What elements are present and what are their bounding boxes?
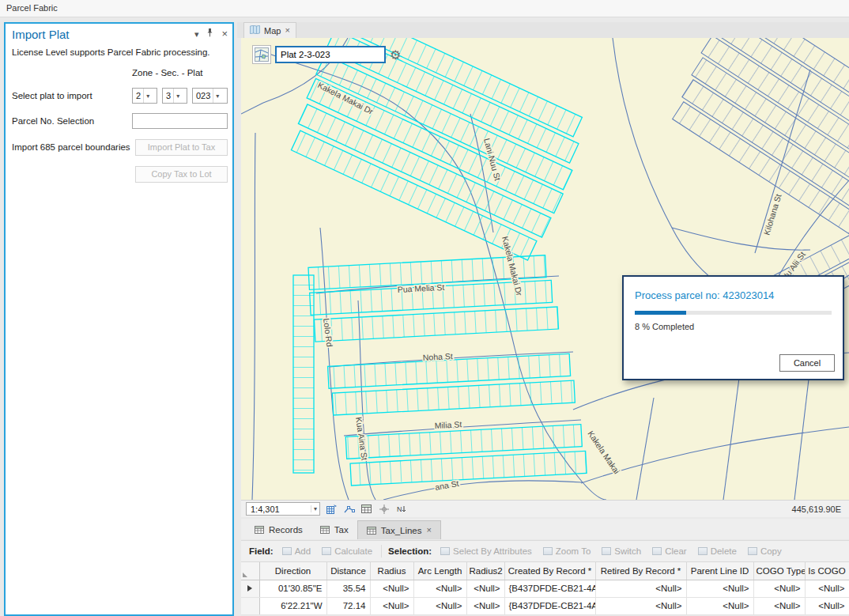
column-header[interactable]: Is COGO	[805, 562, 849, 580]
tab-records[interactable]: Records	[246, 520, 311, 539]
plat-search-input[interactable]	[275, 46, 386, 63]
cell-created-by[interactable]: {B437DFDE-CB21-4A9	[504, 597, 595, 614]
tab-tax-lines-label: Tax_Lines	[381, 526, 422, 535]
table-row[interactable]: 6'22.21"W 72.14 <Null> <Null> <Null> {B4…	[241, 597, 849, 614]
zone-combo[interactable]: 2 ▾	[132, 88, 157, 104]
sec-combo[interactable]: 3 ▾	[162, 88, 187, 104]
progress-bar-fill	[635, 311, 686, 315]
calculate-icon	[322, 547, 331, 555]
tab-tax[interactable]: Tax	[311, 520, 357, 539]
switch-selection-icon	[602, 547, 611, 555]
cell-cogo-type[interactable]: <Null>	[753, 597, 805, 614]
cell-distance[interactable]: 35.54	[326, 580, 370, 597]
column-header[interactable]: Parent Line ID	[686, 562, 753, 580]
north-arrow-icon[interactable]: N	[395, 504, 407, 515]
clear-selection-icon	[652, 547, 662, 555]
pin-icon[interactable]	[206, 28, 214, 39]
add-field-button[interactable]: Add	[280, 545, 313, 557]
copy-tax-to-lot-button[interactable]: Copy Tax to Lot	[135, 166, 228, 183]
tab-tax-lines[interactable]: Tax_Lines ×	[357, 520, 441, 539]
parcel-no-input[interactable]	[132, 113, 228, 129]
cell-direction[interactable]: 01'30.85"E	[259, 580, 326, 597]
clear-selection-button[interactable]: Clear	[650, 545, 689, 557]
column-header[interactable]: Radius	[370, 562, 413, 580]
row-selector[interactable]	[241, 580, 259, 597]
chevron-down-icon: ▾	[311, 505, 319, 512]
cell-retired-by[interactable]: <Null>	[595, 597, 686, 614]
calculate-button[interactable]: Calculate	[319, 545, 375, 557]
table-icon	[367, 527, 376, 535]
crosshair-icon[interactable]	[378, 504, 390, 515]
column-header[interactable]: Created By Record *	[504, 562, 595, 580]
street-label: Milia St	[434, 419, 462, 430]
import-count-label: Import 685 parcel boundaries	[12, 142, 130, 152]
cancel-button[interactable]: Cancel	[779, 354, 835, 372]
window-title-text: Parcel Fabric	[6, 3, 58, 13]
column-header[interactable]: Arc Length	[413, 562, 466, 580]
copy-button[interactable]: Copy	[745, 545, 784, 557]
row-selector[interactable]	[241, 597, 259, 614]
column-header[interactable]: Distance	[326, 562, 370, 580]
pane-title: Import Plat	[12, 28, 70, 41]
table-icon	[255, 526, 264, 534]
cell-parent-line-id[interactable]: <Null>	[686, 597, 753, 614]
chevron-down-icon: ▾	[173, 89, 182, 103]
zoom-to-button[interactable]: Zoom To	[541, 545, 594, 557]
cell-arc-length[interactable]: <Null>	[413, 597, 466, 614]
close-icon[interactable]: ×	[427, 526, 432, 535]
cell-parent-line-id[interactable]: <Null>	[686, 580, 753, 597]
import-plat-pane: Import Plat ▾ × License Level supports P…	[4, 22, 234, 616]
scale-combo[interactable]: 1:4,301 ▾	[246, 502, 320, 516]
close-icon[interactable]: ×	[285, 26, 289, 35]
tab-records-label: Records	[269, 525, 303, 535]
table-tab-strip: Records Tax Tax_Lines ×	[241, 519, 849, 539]
cell-arc-length[interactable]: <Null>	[413, 580, 466, 597]
street-label: Noha St	[422, 351, 453, 362]
cell-radius[interactable]: <Null>	[370, 580, 413, 597]
parcel-layer-icon[interactable]	[252, 45, 271, 64]
map-canvas[interactable]: Kakela Makai Dr Lani Nuu St Kakela Makai…	[241, 38, 849, 500]
scale-value: 1:4,301	[251, 505, 280, 514]
cell-is-cogo[interactable]: <Null>	[805, 597, 849, 614]
cell-radius2[interactable]: <Null>	[466, 597, 504, 614]
select-all-wedge-icon	[243, 573, 247, 577]
plat-combo[interactable]: 023 ▾	[192, 88, 228, 104]
select-by-attributes-button[interactable]: Select By Attributes	[438, 545, 534, 557]
column-header[interactable]: COGO Type	[753, 562, 805, 580]
column-header[interactable]: Retired By Record *	[595, 562, 686, 580]
column-header[interactable]: Direction	[259, 562, 326, 580]
select-plat-label: Select plat to import	[12, 91, 92, 100]
gear-icon[interactable]: ⚙	[390, 47, 401, 62]
cell-created-by[interactable]: {B437DFDE-CB21-4A9	[504, 580, 595, 597]
tab-map[interactable]: Map ×	[243, 22, 296, 38]
column-header[interactable]: Radius2	[466, 562, 504, 580]
cell-direction[interactable]: 6'22.21"W	[259, 597, 326, 614]
zoom-to-icon	[543, 547, 553, 555]
coordinate-readout: 445,619.90E	[792, 505, 844, 514]
table-row[interactable]: 01'30.85"E 35.54 <Null> <Null> <Null> {B…	[241, 580, 849, 597]
cell-radius2[interactable]: <Null>	[466, 580, 504, 597]
cell-cogo-type[interactable]: <Null>	[753, 580, 805, 597]
tab-tax-label: Tax	[334, 525, 349, 535]
close-icon[interactable]: ×	[221, 29, 228, 39]
table-icon	[320, 526, 330, 534]
cell-is-cogo[interactable]: <Null>	[805, 580, 849, 597]
select-all-cell[interactable]	[241, 562, 259, 580]
cell-distance[interactable]: 72.14	[326, 597, 370, 614]
select-grid-icon[interactable]	[326, 504, 338, 515]
import-plat-to-tax-button[interactable]: Import Plat to Tax	[135, 139, 228, 156]
map-view[interactable]: Kakela Makai Dr Lani Nuu St Kakela Makai…	[241, 38, 849, 500]
zone-combo-value: 2	[136, 91, 141, 100]
chevron-down-icon[interactable]: ▾	[194, 29, 199, 39]
progress-status-text: 8 % Completed	[635, 322, 832, 331]
attribute-table-icon[interactable]	[360, 504, 372, 515]
sec-combo-value: 3	[166, 91, 171, 100]
toolbar-divider	[381, 545, 382, 557]
cell-radius[interactable]: <Null>	[370, 597, 413, 614]
cell-retired-by[interactable]: <Null>	[595, 580, 686, 597]
delete-button[interactable]: Delete	[696, 545, 739, 557]
snapping-icon[interactable]	[343, 504, 355, 515]
select-by-attributes-icon	[440, 547, 450, 555]
switch-selection-button[interactable]: Switch	[599, 545, 643, 557]
svg-text:N: N	[397, 505, 402, 513]
